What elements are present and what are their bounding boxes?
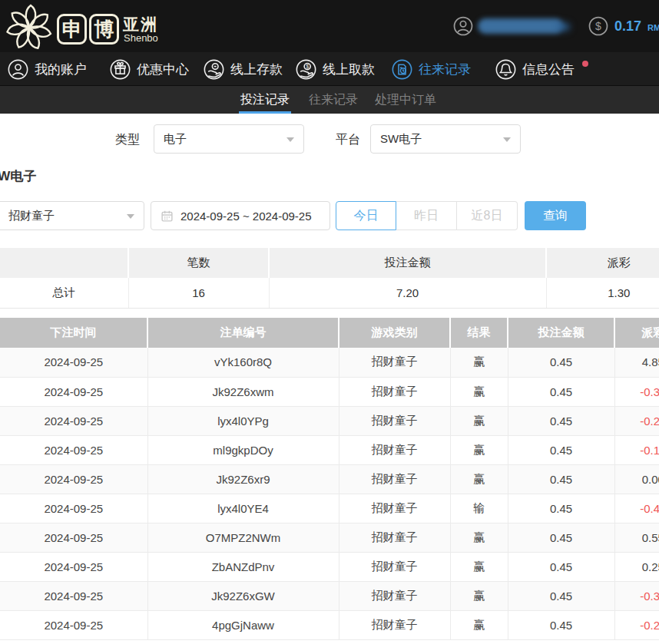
records-icon — [392, 59, 412, 80]
cell-game-type: 招财童子 — [339, 494, 450, 523]
cell-order-id: lyx4l0YE4 — [147, 494, 339, 523]
cell-bet-time: 2024-09-25 — [0, 435, 147, 464]
svg-text:$: $ — [595, 20, 601, 32]
quick-date-buttons: 今日昨日近8日 — [336, 201, 518, 230]
cell-bet-amount: 0.45 — [508, 552, 614, 581]
navbar: 我的账户优惠中心线上存款$线上取款往来记录信息公告 — [0, 52, 659, 86]
cell-bet-time: 2024-09-25 — [0, 523, 147, 552]
cell-game-type: 招财童子 — [339, 610, 450, 639]
cell-payout: 0.00 — [614, 464, 659, 494]
col-order-id: 注单编号 — [147, 318, 339, 348]
summary-col-empty — [0, 248, 128, 278]
bell-icon — [495, 59, 516, 80]
cell-payout: -0.35 — [614, 377, 659, 406]
table-row: 2024-09-25lyx4l0YE4招财童子输0.45-0.45 — [0, 494, 659, 523]
nav-item-records[interactable]: 往来记录 — [392, 52, 471, 86]
records-header-row: 下注时间注单编号游戏类别结果投注金额派彩 — [0, 318, 659, 348]
platform-select[interactable]: SW电子 — [370, 124, 521, 154]
type-select[interactable]: 电子 — [154, 124, 304, 154]
cell-order-id: O7MPZ2NWm — [147, 523, 339, 552]
nav-item-label: 优惠中心 — [137, 61, 189, 78]
cell-bet-amount: 0.45 — [508, 494, 614, 523]
last8days-button[interactable]: 近8日 — [457, 201, 518, 230]
withdraw-icon: $ — [296, 59, 316, 80]
cell-payout: -0.20 — [614, 610, 659, 639]
cell-payout: 0.25 — [614, 552, 659, 581]
date-range-picker[interactable]: 2024-09-25 ~ 2024-09-25 — [151, 201, 330, 230]
tab-transaction-records[interactable]: 往来记录 — [309, 86, 358, 114]
tab-label: 处理中订单 — [375, 92, 436, 108]
cell-bet-time: 2024-09-25 — [0, 464, 147, 494]
query-button[interactable]: 查询 — [525, 201, 586, 230]
table-row: 2024-09-25ZbANZdPnv招财童子赢0.450.25 — [0, 552, 659, 581]
yesterday-button[interactable]: 昨日 — [396, 201, 457, 230]
summary-total-count: 16 — [128, 278, 269, 308]
cell-order-id: Jk92Z6xwm — [147, 377, 339, 406]
table-row: 2024-09-25Jk92Z6xwm招财童子赢0.45-0.35 — [0, 377, 659, 406]
cell-game-type: 招财童子 — [339, 435, 450, 464]
cell-payout: 4.85 — [614, 348, 659, 377]
summary-total-payout: 1.30 — [546, 278, 659, 308]
cell-result: 赢 — [450, 348, 508, 377]
tab-label: 投注记录 — [240, 92, 290, 108]
records-table: 下注时间注单编号游戏类别结果投注金额派彩 2024-09-25vYk160r8Q… — [0, 318, 659, 640]
nav-item-gift[interactable]: 优惠中心 — [110, 52, 189, 86]
table-row: 2024-09-25ml9gkpDOy招财童子赢0.45-0.15 — [0, 435, 659, 464]
cell-bet-time: 2024-09-25 — [0, 610, 147, 639]
nav-item-user[interactable]: 我的账户 — [8, 52, 87, 86]
cell-order-id: Jk92Z6xr9 — [147, 464, 339, 494]
col-bet-amount: 投注金额 — [508, 318, 614, 348]
cell-order-id: ZbANZdPnv — [147, 552, 339, 581]
user-icon — [8, 59, 28, 80]
cell-payout: -0.45 — [614, 494, 659, 523]
cell-payout: -0.15 — [614, 435, 659, 464]
table-row: 2024-09-25vYk160r8Q招财童子赢0.454.85 — [0, 348, 659, 377]
platform-filter-label: 平台 — [336, 132, 360, 148]
cell-game-type: 招财童子 — [339, 581, 450, 610]
nav-item-withdraw[interactable]: $线上取款 — [296, 52, 375, 86]
col-game-type: 游戏类别 — [339, 318, 450, 348]
cell-result: 赢 — [450, 552, 508, 581]
tab-bet-records[interactable]: 投注记录 — [240, 86, 290, 114]
cell-bet-time: 2024-09-25 — [0, 581, 147, 610]
cell-result: 赢 — [450, 610, 508, 639]
balance-amount: 0.17 — [614, 18, 641, 35]
top-header: 申 博 亚洲 Shenbo $ 0.17 RM — [0, 0, 659, 52]
gift-icon — [110, 59, 131, 80]
game-select[interactable]: 招财童子 — [0, 201, 144, 230]
cell-game-type: 招财童子 — [339, 406, 450, 435]
betting-records-page: 申 博 亚洲 Shenbo $ 0.17 RM 我的账户优惠中心线上存款$线上取… — [0, 0, 659, 644]
cell-game-type: 招财童子 — [339, 348, 450, 377]
balance-display[interactable]: $ 0.17 RM — [588, 16, 659, 36]
nav-item-deposit[interactable]: 线上存款 — [204, 52, 283, 86]
calendar-icon — [161, 210, 174, 223]
platform-select-value: SW电子 — [380, 132, 422, 147]
col-result: 结果 — [450, 318, 508, 348]
chevron-down-icon — [503, 137, 511, 142]
cell-payout: 0.55 — [614, 523, 659, 552]
cell-bet-amount: 0.45 — [508, 581, 614, 610]
cell-order-id: 4pgGjNaww — [147, 610, 339, 639]
cell-order-id: vYk160r8Q — [147, 348, 339, 377]
nav-item-label: 信息公告 — [522, 61, 575, 78]
tab-pending-orders[interactable]: 处理中订单 — [375, 86, 436, 114]
cell-result: 输 — [450, 494, 508, 523]
summary-total-bet-amount: 7.20 — [269, 278, 546, 308]
nav-item-label: 我的账户 — [35, 61, 87, 78]
logo-subtitle: Shenbo — [124, 32, 158, 44]
user-icon — [453, 16, 473, 36]
notification-dot — [582, 61, 588, 67]
chevron-down-icon — [127, 214, 134, 219]
today-button[interactable]: 今日 — [336, 201, 396, 230]
user-account[interactable] — [453, 16, 564, 36]
cell-bet-time: 2024-09-25 — [0, 348, 147, 377]
section-title: SW电子 — [0, 167, 36, 185]
cell-game-type: 招财童子 — [339, 523, 450, 552]
nav-item-bell[interactable]: 信息公告 — [495, 52, 588, 86]
cell-order-id: Jk92Z6xGW — [147, 581, 339, 610]
redacted-username — [478, 18, 564, 34]
cell-game-type: 招财童子 — [339, 552, 450, 581]
cell-result: 赢 — [450, 406, 508, 435]
cell-game-type: 招财童子 — [339, 464, 450, 494]
tabbar: 投注记录往来记录处理中订单 — [0, 86, 659, 114]
